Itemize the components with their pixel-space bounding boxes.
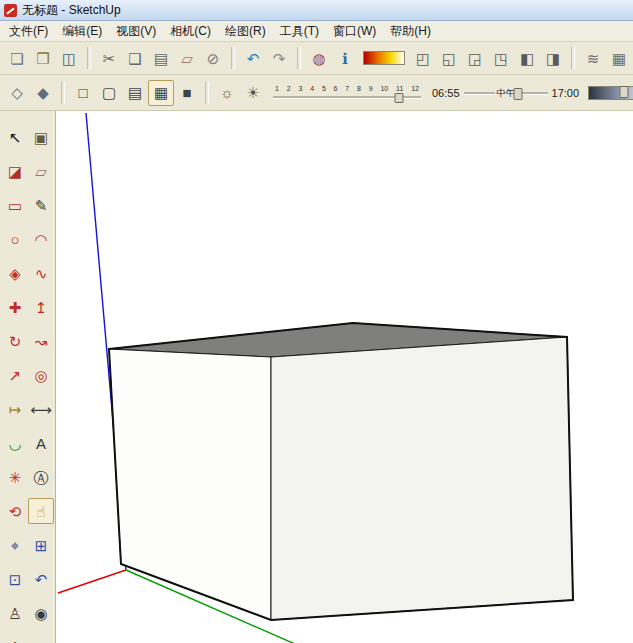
- time-slider-track[interactable]: 中午: [464, 87, 548, 99]
- offset-tool[interactable]: ◎: [28, 362, 54, 388]
- month-label: 5: [322, 85, 326, 92]
- from-scratch-button[interactable]: ▦: [606, 45, 632, 71]
- toolbar-view-shadows: ◇◆ □▢▤▦■ ☼☀ 123456789101112 06:55 中午 17:…: [0, 75, 633, 111]
- freehand-tool[interactable]: ∿: [28, 260, 54, 286]
- paint-bucket-tool[interactable]: ◪: [2, 158, 28, 184]
- month-label: 11: [396, 85, 403, 92]
- section-plane-tool[interactable]: ◫: [28, 634, 54, 643]
- position-camera-tool[interactable]: ♙: [2, 600, 28, 626]
- trim-button[interactable]: ◧: [514, 45, 540, 71]
- time-start-label: 06:55: [432, 87, 460, 99]
- menu-bar: 文件(F)编辑(E)视图(V)相机(C)绘图(R)工具(T)窗口(W)帮助(H): [0, 21, 633, 42]
- monochrome-button[interactable]: ■: [174, 80, 200, 106]
- union-button[interactable]: ◲: [462, 45, 488, 71]
- line-tool[interactable]: ✎: [28, 192, 54, 218]
- month-label: 7: [345, 85, 349, 92]
- protractor-tool[interactable]: ◡: [2, 430, 28, 456]
- shadow-date-slider[interactable]: 123456789101112: [273, 85, 421, 101]
- xray-mode-button[interactable]: ◇: [4, 80, 30, 106]
- drawing-canvas[interactable]: [56, 111, 633, 643]
- sketchup-logo-icon[interactable]: [4, 4, 17, 17]
- menu-help[interactable]: 帮助(H): [383, 21, 438, 42]
- large-tool-set: ↖▣◪▱▭✎○◠◈∿✚↥↻↝↗◎↦⟷◡A✳Ⓐ⟲☝⌖⊞⊡↶♙◉♟◫: [0, 111, 56, 643]
- orbit-tool[interactable]: ⟲: [2, 498, 28, 524]
- modeling-viewport[interactable]: [56, 111, 633, 643]
- save-button[interactable]: ◫: [56, 45, 82, 71]
- date-slider-handle[interactable]: [394, 93, 403, 103]
- text-tool[interactable]: A: [28, 430, 54, 456]
- split-button[interactable]: ◨: [540, 45, 566, 71]
- dark-light-slider-handle[interactable]: [619, 86, 628, 98]
- redo-button[interactable]: ↷: [266, 45, 292, 71]
- look-around-tool[interactable]: ◉: [28, 600, 54, 626]
- menu-draw[interactable]: 绘图(R): [218, 21, 273, 42]
- outer-shell-button[interactable]: ◰: [410, 45, 436, 71]
- month-label: 10: [380, 85, 388, 92]
- rotate-tool[interactable]: ↻: [2, 328, 28, 354]
- erase-button[interactable]: ▱: [174, 45, 200, 71]
- rectangle-tool[interactable]: ▭: [2, 192, 28, 218]
- scale-tool[interactable]: ↗: [2, 362, 28, 388]
- time-slider-handle[interactable]: [514, 88, 523, 100]
- shadow-settings-button[interactable]: ☼: [214, 80, 240, 106]
- previous-view-tool[interactable]: ↶: [28, 566, 54, 592]
- dark-light-slider[interactable]: [588, 86, 633, 100]
- shadow-time-slider[interactable]: 06:55 中午 17:00: [432, 87, 579, 99]
- back-edges-button[interactable]: ◆: [30, 80, 56, 106]
- time-end-label: 17:00: [552, 87, 580, 99]
- circle-tool[interactable]: ○: [2, 226, 28, 252]
- toolbar-separator: [231, 47, 235, 69]
- zoom-window-tool[interactable]: ⊞: [28, 532, 54, 558]
- month-label: 3: [298, 85, 302, 92]
- toolbar-separator: [87, 47, 91, 69]
- menu-tools[interactable]: 工具(T): [273, 21, 326, 42]
- subtract-button[interactable]: ◳: [488, 45, 514, 71]
- copy-button[interactable]: ❑: [122, 45, 148, 71]
- window-title: 无标题 - SketchUp: [22, 2, 121, 19]
- shaded-with-textures-button[interactable]: ▦: [148, 80, 174, 106]
- month-label: 12: [411, 85, 419, 92]
- menu-camera[interactable]: 相机(C): [163, 21, 218, 42]
- menu-view[interactable]: 视图(V): [109, 21, 163, 42]
- toolbar-standard: ❏❐◫ ✂❑▤▱⊘ ↶↷ ◍ℹ ◰◱◲◳◧◨ ≋▦◉▣▧: [0, 42, 633, 75]
- model-info-button[interactable]: ℹ: [332, 45, 358, 71]
- cancel-button[interactable]: ⊘: [200, 45, 226, 71]
- date-slider-track[interactable]: [273, 93, 421, 101]
- box-right-face[interactable]: [271, 337, 573, 620]
- select-tool[interactable]: ↖: [2, 124, 28, 150]
- make-component-tool[interactable]: ▣: [28, 124, 54, 150]
- styles-gradient-strip[interactable]: [363, 51, 405, 65]
- shadow-toggle-button[interactable]: ☀: [240, 80, 266, 106]
- new-document-button[interactable]: ❏: [4, 45, 30, 71]
- 3d-text-tool[interactable]: Ⓐ: [28, 464, 54, 490]
- shaded-button[interactable]: ▤: [122, 80, 148, 106]
- menu-window[interactable]: 窗口(W): [326, 21, 383, 42]
- walk-tool[interactable]: ♟: [2, 634, 28, 643]
- intersect-button[interactable]: ◱: [436, 45, 462, 71]
- box-left-face[interactable]: [109, 349, 271, 620]
- open-button[interactable]: ❐: [30, 45, 56, 71]
- cut-button[interactable]: ✂: [96, 45, 122, 71]
- tape-measure-tool[interactable]: ↦: [2, 396, 28, 422]
- pan-tool[interactable]: ☝: [28, 498, 54, 524]
- eraser-tool[interactable]: ▱: [28, 158, 54, 184]
- menu-edit[interactable]: 编辑(E): [55, 21, 109, 42]
- toolbar-separator: [61, 82, 65, 104]
- dimension-tool[interactable]: ⟷: [28, 396, 54, 422]
- polygon-tool[interactable]: ◈: [2, 260, 28, 286]
- toolbar-separator: [571, 47, 575, 69]
- arc-tool[interactable]: ◠: [28, 226, 54, 252]
- menu-file[interactable]: 文件(F): [2, 21, 55, 42]
- hidden-line-button[interactable]: ▢: [96, 80, 122, 106]
- add-location-button[interactable]: ◍: [306, 45, 332, 71]
- follow-me-tool[interactable]: ↝: [28, 328, 54, 354]
- move-tool[interactable]: ✚: [2, 294, 28, 320]
- axes-tool[interactable]: ✳: [2, 464, 28, 490]
- wireframe-button[interactable]: □: [70, 80, 96, 106]
- from-contours-button[interactable]: ≋: [580, 45, 606, 71]
- zoom-extents-tool[interactable]: ⊡: [2, 566, 28, 592]
- undo-button[interactable]: ↶: [240, 45, 266, 71]
- paste-button[interactable]: ▤: [148, 45, 174, 71]
- zoom-tool[interactable]: ⌖: [2, 532, 28, 558]
- push-pull-tool[interactable]: ↥: [28, 294, 54, 320]
